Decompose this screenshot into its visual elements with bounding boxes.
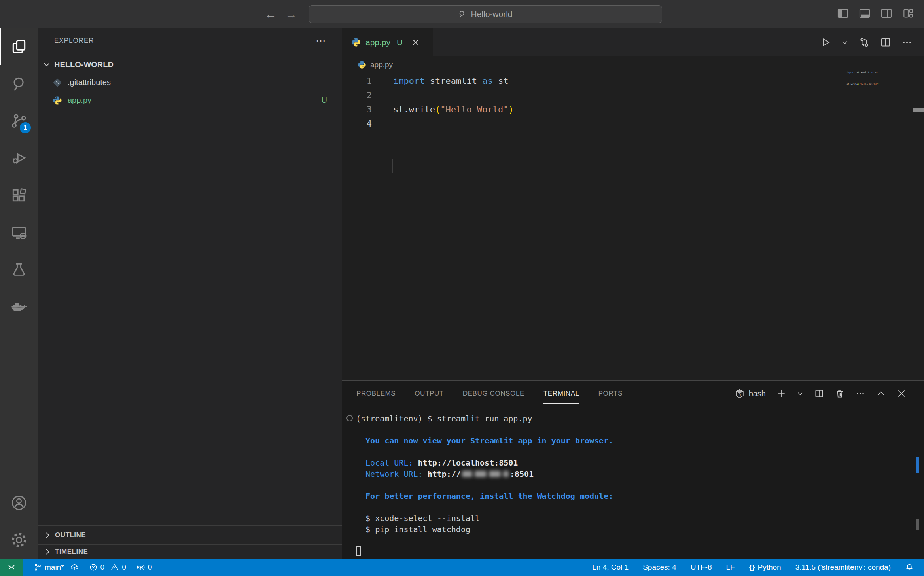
kill-terminal-trash-icon[interactable]	[835, 388, 845, 399]
tree-item-app-py[interactable]: app.py U	[38, 91, 342, 109]
close-icon[interactable]	[411, 38, 420, 47]
activity-source-control[interactable]: 1	[0, 102, 38, 140]
activity-explorer[interactable]	[0, 28, 38, 65]
file-name: app.py	[68, 96, 91, 105]
nav-back-icon[interactable]: ←	[263, 7, 278, 21]
code-line-1: 1 import streamlit as st	[342, 74, 924, 88]
terminal[interactable]: (streamlitenv) $ streamlit run app.py Yo…	[342, 407, 924, 559]
tab-debug-console[interactable]: DEBUG CONSOLE	[463, 381, 524, 407]
files-icon	[10, 38, 28, 55]
breadcrumb-file[interactable]: app.py	[370, 61, 393, 69]
activity-settings[interactable]	[0, 521, 38, 559]
language-mode-item[interactable]: {}Python	[749, 563, 781, 572]
explorer-sidebar: EXPLORER ⋯ HELLO-WORLD .gitattributes ap…	[38, 28, 342, 559]
tab-ports[interactable]: PORTS	[598, 381, 623, 407]
problems-status-item[interactable]: 0 0	[89, 563, 126, 572]
code-token: )	[508, 104, 513, 114]
split-terminal-icon[interactable]	[814, 388, 824, 399]
minimap-border	[913, 72, 913, 380]
nav-forward-icon[interactable]: →	[284, 7, 298, 21]
outline-label: OUTLINE	[55, 531, 86, 539]
run-file-icon[interactable]	[820, 36, 831, 48]
remote-indicator[interactable]	[0, 559, 23, 576]
panel-tabs: PROBLEMS OUTPUT DEBUG CONSOLE TERMINAL P…	[342, 381, 623, 407]
open-changes-icon[interactable]	[858, 36, 870, 48]
explorer-title: EXPLORER	[54, 37, 94, 45]
tab-terminal[interactable]: TERMINAL	[543, 381, 579, 407]
panel-actions: $ bash	[735, 388, 924, 399]
tree-folder-hello-world[interactable]: HELLO-WORLD	[38, 55, 342, 74]
git-status-badge: U	[322, 96, 327, 105]
line-number: 3	[342, 104, 372, 114]
broadcast-icon	[136, 563, 145, 572]
toggle-panel-icon[interactable]	[858, 7, 871, 20]
extensions-icon	[10, 187, 28, 204]
git-file-icon	[53, 78, 62, 87]
search-icon	[10, 75, 28, 93]
editor[interactable]: app.py 1 import streamlit as st 2 3 st.w…	[342, 56, 924, 380]
workbench: 1	[0, 28, 924, 559]
status-bar-right: Ln 4, Col 1 Spaces: 4 UTF-8 LF {}Python …	[592, 563, 924, 572]
minimap-line: st.write("Hello World")	[846, 82, 914, 86]
beaker-icon	[10, 261, 28, 279]
outline-section-header[interactable]: OUTLINE	[38, 525, 342, 544]
code-line-3: 3 st.write("Hello World")	[342, 102, 924, 116]
toggle-secondary-sidebar-icon[interactable]	[880, 7, 893, 20]
maximize-panel-chevron-up-icon[interactable]	[876, 388, 886, 399]
activity-remote-explorer[interactable]	[0, 214, 38, 251]
command-center-search[interactable]: Hello-world	[309, 5, 662, 23]
code-area[interactable]: 1 import streamlit as st 2 3 st.write("H…	[342, 74, 924, 131]
activity-extensions[interactable]	[0, 177, 38, 214]
code-token: import	[393, 76, 424, 86]
ports-status-item[interactable]: 0	[136, 563, 152, 572]
tab-output[interactable]: OUTPUT	[415, 381, 443, 407]
timeline-section-header[interactable]: TIMELINE	[38, 544, 342, 559]
customize-layout-icon[interactable]	[902, 7, 915, 20]
python-interpreter-item[interactable]: 3.11.5 ('streamlitenv': conda)	[795, 563, 891, 572]
terminal-cursor	[356, 546, 361, 556]
file-name: .gitattributes	[68, 78, 111, 87]
breadcrumb[interactable]: app.py	[342, 56, 924, 74]
terminal-scrollbar-mark	[916, 519, 919, 530]
command-decoration-icon[interactable]	[346, 415, 353, 421]
minimap[interactable]: import streamlit as st st.write("Hello W…	[846, 63, 914, 94]
explorer-header: EXPLORER ⋯	[38, 28, 342, 53]
line-number: 1	[342, 76, 372, 86]
panel-more-actions-icon[interactable]	[855, 388, 865, 399]
panel: PROBLEMS OUTPUT DEBUG CONSOLE TERMINAL P…	[342, 380, 924, 559]
toggle-primary-sidebar-icon[interactable]	[837, 7, 849, 20]
debug-icon	[10, 150, 28, 167]
activity-accounts[interactable]	[0, 484, 38, 521]
encoding-item[interactable]: UTF-8	[691, 563, 712, 572]
activity-docker[interactable]	[0, 288, 38, 326]
activity-testing[interactable]	[0, 251, 38, 288]
terminal-line: $ xcode-select --install	[356, 513, 924, 524]
activity-run-debug[interactable]	[0, 140, 38, 177]
timeline-label: TIMELINE	[55, 548, 88, 556]
eol-item[interactable]: LF	[726, 563, 735, 572]
terminal-shell-label[interactable]: $ bash	[735, 388, 766, 399]
warning-count: 0	[122, 563, 126, 572]
notifications-item[interactable]	[905, 563, 914, 572]
shell-name: bash	[749, 389, 766, 398]
line-number: 2	[342, 90, 372, 100]
close-panel-icon[interactable]	[896, 388, 907, 399]
terminal-dropdown-chevron-icon[interactable]	[797, 390, 804, 397]
tab-modified-badge: U	[397, 38, 403, 47]
vscode-window: ← → Hello-world 1	[0, 0, 924, 576]
indentation-item[interactable]: Spaces: 4	[643, 563, 676, 572]
redacted-ip-blur	[489, 471, 501, 477]
tree-item-gitattributes[interactable]: .gitattributes	[38, 74, 342, 91]
branch-status-item[interactable]: main*	[33, 563, 79, 572]
split-editor-icon[interactable]	[880, 36, 892, 48]
explorer-more-actions-icon[interactable]: ⋯	[316, 35, 327, 47]
terminal-line: (streamlitenv) $ streamlit run app.py	[356, 413, 924, 424]
local-url[interactable]: http://localhost:8501	[418, 458, 518, 468]
activity-search[interactable]	[0, 65, 38, 102]
run-dropdown-chevron-icon[interactable]	[841, 38, 849, 46]
more-actions-icon[interactable]	[901, 36, 913, 48]
cursor-position-item[interactable]: Ln 4, Col 1	[592, 563, 629, 572]
tab-app-py[interactable]: app.py U	[342, 28, 433, 56]
new-terminal-icon[interactable]	[776, 388, 786, 399]
tab-problems[interactable]: PROBLEMS	[356, 381, 396, 407]
